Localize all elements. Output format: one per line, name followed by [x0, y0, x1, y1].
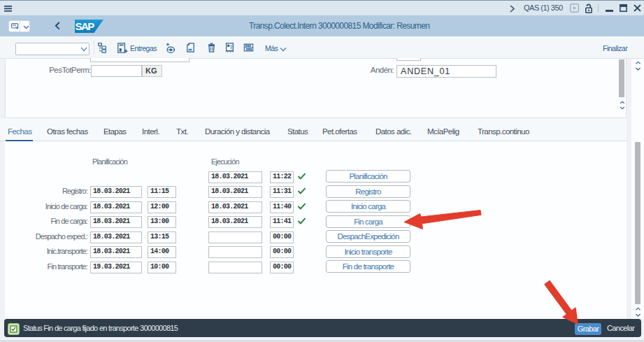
svg-text:SAP: SAP: [76, 20, 95, 32]
